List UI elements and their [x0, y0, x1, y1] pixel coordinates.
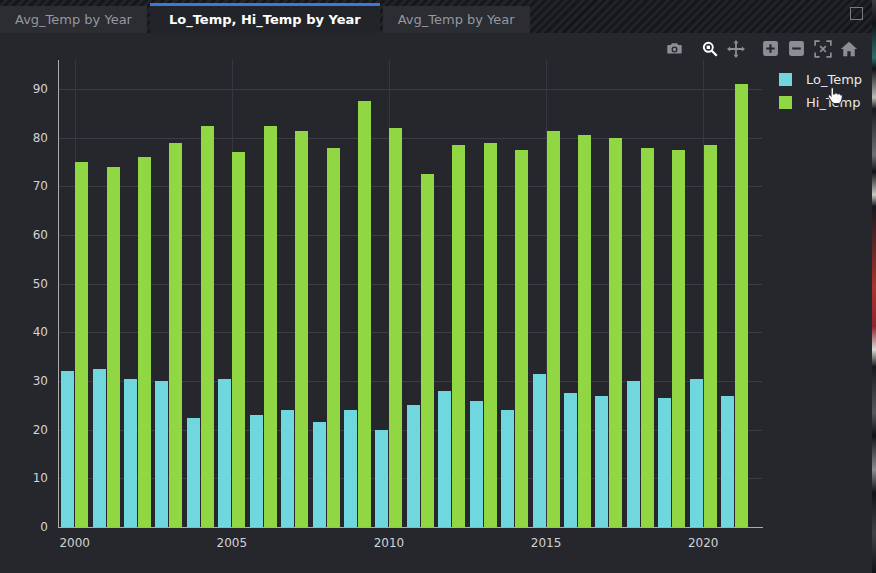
- x-tick-label: 2010: [359, 536, 419, 550]
- bar-hi_temp-2010: [389, 128, 402, 527]
- bar-lo_temp-2008: [313, 422, 326, 527]
- bar-hi_temp-2011: [421, 174, 434, 527]
- tab-list: Avg_Temp by Year Lo_Temp, Hi_Temp by Yea…: [0, 0, 876, 33]
- legend-label: Lo_Temp: [806, 72, 862, 87]
- zoom-out-icon[interactable]: [787, 39, 806, 58]
- box-zoom-icon[interactable]: [700, 39, 719, 58]
- y-tick-label: 70: [10, 179, 48, 193]
- legend-item-lo-temp[interactable]: Lo_Temp: [779, 68, 862, 91]
- bar-lo_temp-2012: [438, 391, 451, 527]
- bar-hi_temp-2002: [138, 157, 151, 527]
- bar-hi_temp-2016: [578, 135, 591, 527]
- tab-lo-temp-hi-temp-by-year[interactable]: Lo_Temp, Hi_Temp by Year: [150, 3, 380, 33]
- tab-avg-temp-by-year-1[interactable]: Avg_Temp by Year: [0, 6, 147, 33]
- y-axis-line: [58, 60, 59, 528]
- bar-lo_temp-2009: [344, 410, 357, 527]
- tab-label: Avg_Temp by Year: [15, 12, 132, 27]
- tab-bar: Avg_Temp by Year Lo_Temp, Hi_Temp by Yea…: [0, 0, 876, 33]
- bar-lo_temp-2020: [690, 379, 703, 527]
- bar-hi_temp-2013: [484, 143, 497, 527]
- y-tick-label: 20: [10, 423, 48, 437]
- bar-hi_temp-2014: [515, 150, 528, 527]
- y-tick-label: 50: [10, 277, 48, 291]
- bar-hi_temp-2001: [107, 167, 120, 527]
- tab-label: Avg_Temp by Year: [398, 12, 515, 27]
- gridline-y-80: [58, 138, 762, 139]
- x-axis-line: [58, 527, 763, 528]
- y-tick-label: 10: [10, 471, 48, 485]
- bar-lo_temp-2005: [218, 379, 231, 527]
- legend: Lo_Temp Hi_Temp: [779, 68, 862, 114]
- bar-hi_temp-2008: [327, 148, 340, 527]
- bar-hi_temp-2003: [169, 143, 182, 527]
- bar-lo_temp-2016: [564, 393, 577, 527]
- bar-lo_temp-2004: [187, 418, 200, 527]
- x-tick-label: 2015: [516, 536, 576, 550]
- bar-lo_temp-2015: [533, 374, 546, 527]
- bar-hi_temp-2017: [609, 138, 622, 527]
- chart-panel: 0102030405060708090 20002005201020152020…: [0, 33, 872, 573]
- lo-temp-swatch-icon: [779, 73, 792, 86]
- legend-label: Hi_Temp: [806, 95, 861, 110]
- bar-hi_temp-2006: [264, 126, 277, 527]
- bar-hi_temp-2015: [547, 131, 560, 527]
- tab-label: Lo_Temp, Hi_Temp by Year: [169, 12, 361, 27]
- bar-lo_temp-2007: [281, 410, 294, 527]
- gridline-y-70: [58, 186, 762, 187]
- bar-hi_temp-2007: [295, 131, 308, 527]
- bar-hi_temp-2004: [201, 126, 214, 527]
- autoscale-icon[interactable]: [813, 39, 832, 58]
- bar-hi_temp-2021: [735, 84, 748, 527]
- pan-icon[interactable]: [726, 39, 745, 58]
- plot-modebar: [649, 39, 858, 58]
- x-tick-label: 2000: [45, 536, 105, 550]
- adjacent-window-edge: [872, 0, 876, 573]
- bar-hi_temp-2005: [232, 152, 245, 527]
- bar-lo_temp-2019: [658, 398, 671, 527]
- bar-hi_temp-2019: [672, 150, 685, 527]
- y-tick-label: 90: [10, 82, 48, 96]
- bar-lo_temp-2006: [250, 415, 263, 527]
- plot-area[interactable]: [58, 60, 762, 527]
- bar-lo_temp-2000: [61, 371, 74, 527]
- bar-lo_temp-2003: [155, 381, 168, 527]
- bar-lo_temp-2014: [501, 410, 514, 527]
- gridline-y-60: [58, 235, 762, 236]
- tab-avg-temp-by-year-2[interactable]: Avg_Temp by Year: [383, 6, 530, 33]
- gridline-y-90: [58, 89, 762, 90]
- bar-hi_temp-2020: [704, 145, 717, 527]
- bar-lo_temp-2017: [595, 396, 608, 527]
- bar-lo_temp-2010: [375, 430, 388, 527]
- y-tick-label: 60: [10, 228, 48, 242]
- bar-hi_temp-2000: [75, 162, 88, 527]
- bar-lo_temp-2021: [721, 396, 734, 527]
- bar-lo_temp-2002: [124, 379, 137, 527]
- bar-hi_temp-2009: [358, 101, 371, 527]
- hi-temp-swatch-icon: [779, 96, 792, 109]
- gridline-y-40: [58, 332, 762, 333]
- maximize-icon[interactable]: [850, 7, 863, 20]
- camera-icon[interactable]: [665, 39, 684, 58]
- x-tick-label: 2005: [202, 536, 262, 550]
- y-tick-label: 0: [10, 520, 48, 534]
- x-tick-label: 2020: [673, 536, 733, 550]
- y-tick-label: 40: [10, 325, 48, 339]
- bar-hi_temp-2018: [641, 148, 654, 527]
- gridline-y-50: [58, 284, 762, 285]
- y-tick-label: 80: [10, 131, 48, 145]
- bar-lo_temp-2018: [627, 381, 640, 527]
- bar-hi_temp-2012: [452, 145, 465, 527]
- bar-lo_temp-2011: [407, 405, 420, 527]
- y-tick-label: 30: [10, 374, 48, 388]
- bar-lo_temp-2013: [470, 401, 483, 527]
- legend-item-hi-temp[interactable]: Hi_Temp: [779, 91, 862, 114]
- zoom-in-icon[interactable]: [761, 39, 780, 58]
- reset-home-icon[interactable]: [839, 39, 858, 58]
- bar-lo_temp-2001: [93, 369, 106, 527]
